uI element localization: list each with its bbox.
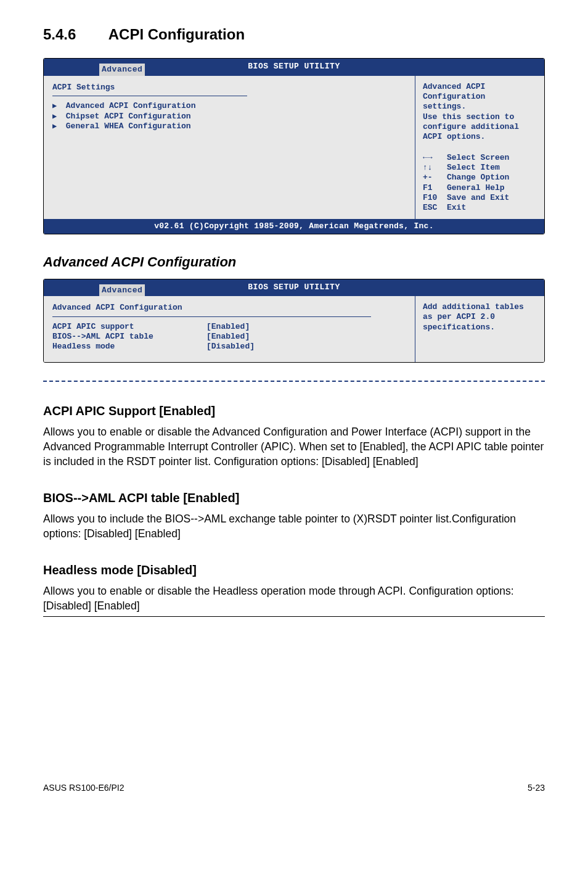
bios-option-label: ACPI APIC support — [52, 322, 206, 332]
option-heading: BIOS-->AML ACPI table [Enabled] — [43, 490, 545, 506]
bios-help-text: Advanced ACPI Configuration settings. Us… — [423, 82, 538, 153]
bios-left-title: ACPI Settings — [52, 82, 406, 95]
help-line: as per ACPI 2.0 — [423, 312, 538, 322]
footer-divider — [43, 616, 545, 617]
bios-menu-label: Advanced ACPI Configuration — [66, 101, 196, 110]
help-line: configure additional — [423, 122, 538, 132]
help-line: Advanced ACPI — [423, 82, 538, 92]
bios-option-label: BIOS-->AML ACPI table — [52, 332, 206, 342]
bios-footer: v02.61 (C)Copyright 1985-2009, American … — [44, 219, 544, 234]
footer-left: ASUS RS100-E6/PI2 — [43, 782, 125, 794]
bios-right-pane: Add additional tables as per ACPI 2.0 sp… — [415, 296, 544, 361]
nav-line: ESC Exit — [423, 203, 538, 213]
bios-menu-item: ▶ Advanced ACPI Configuration — [52, 101, 406, 111]
bios-menu-label: Chipset ACPI Configuration — [66, 112, 191, 121]
nav-line: +- Change Option — [423, 173, 538, 183]
divider — [52, 96, 247, 96]
chevron-right-icon: ▶ — [52, 122, 61, 131]
dashed-divider — [43, 381, 545, 382]
nav-line: ←→ Select Screen — [423, 153, 538, 163]
bios-header: BIOS SETUP UTILITY Advanced — [44, 279, 544, 297]
nav-line: F1 General Help — [423, 183, 538, 193]
option-body: Allows you to include the BIOS-->AML exc… — [43, 511, 545, 541]
section-title: ACPI Configuration — [108, 26, 245, 43]
section-heading: 5.4.6 ACPI Configuration — [43, 25, 545, 44]
help-line: Configuration — [423, 92, 538, 102]
bios-option-label: Headless mode — [52, 342, 206, 352]
bios-screenshot-2: BIOS SETUP UTILITY Advanced Advanced ACP… — [43, 279, 545, 363]
help-line: Use this section to — [423, 112, 538, 122]
bios-menu-label: General WHEA Configuration — [66, 122, 191, 131]
bios-header-title: BIOS SETUP UTILITY — [248, 283, 340, 292]
bios-tab-advanced: Advanced — [99, 64, 145, 76]
bios-header: BIOS SETUP UTILITY Advanced — [44, 59, 544, 76]
option-heading: ACPI APIC Support [Enabled] — [43, 403, 545, 419]
bios-option-value: [Enabled] — [206, 322, 255, 332]
option-body: Allows you to enable or disable the Head… — [43, 584, 545, 613]
option-heading: Headless mode [Disabled] — [43, 562, 545, 579]
bios-option-value: [Disabled] — [206, 342, 255, 352]
help-line: ACPI options. — [423, 132, 538, 142]
section-number: 5.4.6 — [43, 25, 105, 44]
bios-menu-item: ▶ Chipset ACPI Configuration — [52, 112, 406, 122]
subsection-heading: Advanced ACPI Configuration — [43, 253, 545, 271]
bios-tab-advanced: Advanced — [99, 284, 145, 297]
help-line: Add additional tables — [423, 302, 538, 312]
bios-screenshot-1: BIOS SETUP UTILITY Advanced ACPI Setting… — [43, 58, 545, 234]
bios-header-title: BIOS SETUP UTILITY — [248, 62, 340, 71]
help-line: specifications. — [423, 323, 538, 332]
option-body: Allows you to enable or disable the Adva… — [43, 424, 545, 469]
page-footer: ASUS RS100-E6/PI2 5-23 — [43, 777, 545, 794]
help-line: settings. — [423, 102, 538, 112]
bios-left-title: Advanced ACPI Configuration — [52, 302, 406, 315]
divider — [52, 316, 371, 317]
chevron-right-icon: ▶ — [52, 102, 61, 111]
nav-line: ↑↓ Select Item — [423, 163, 538, 173]
bios-nav-keys: ←→ Select Screen ↑↓ Select Item +- Chang… — [423, 153, 538, 213]
bios-menu-item: ▶ General WHEA Configuration — [52, 122, 406, 131]
nav-line: F10 Save and Exit — [423, 193, 538, 203]
bios-left-pane: Advanced ACPI Configuration ACPI APIC su… — [44, 296, 415, 361]
footer-right: 5-23 — [528, 782, 545, 794]
chevron-right-icon: ▶ — [52, 112, 61, 122]
bios-left-pane: ACPI Settings ▶ Advanced ACPI Configurat… — [44, 76, 415, 220]
bios-option-value: [Enabled] — [206, 332, 255, 342]
bios-right-pane: Advanced ACPI Configuration settings. Us… — [415, 76, 544, 220]
